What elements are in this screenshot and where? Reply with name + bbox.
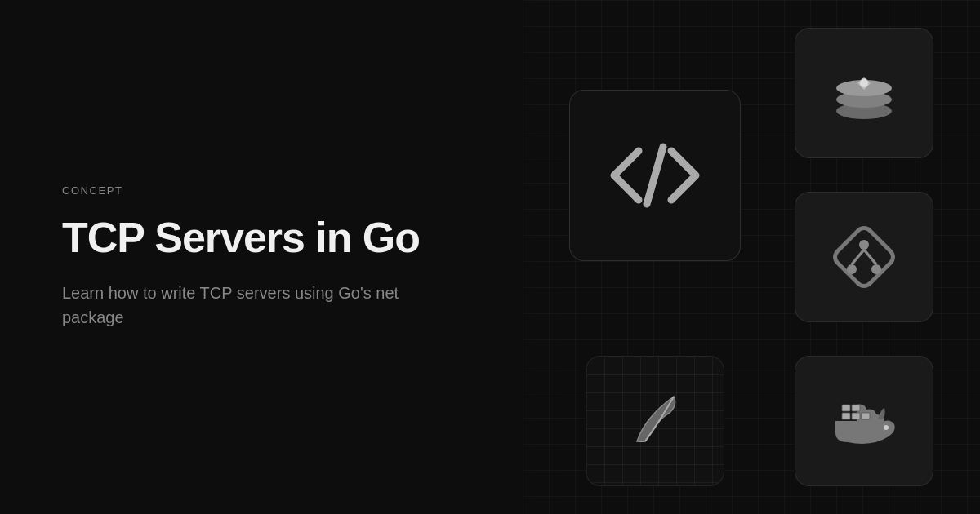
code-card (569, 90, 741, 261)
feather-icon (621, 384, 690, 454)
main-title: TCP Servers in Go (62, 215, 420, 261)
svg-rect-14 (862, 413, 870, 419)
category-label: CONCEPT (62, 184, 420, 197)
docker-icon (827, 392, 901, 450)
svg-point-9 (871, 264, 881, 274)
svg-line-11 (864, 250, 876, 264)
svg-rect-6 (831, 224, 896, 289)
svg-rect-13 (852, 413, 860, 419)
left-content: CONCEPT TCP Servers in Go Learn how to w… (0, 184, 420, 330)
svg-rect-15 (842, 405, 850, 411)
svg-point-7 (859, 240, 869, 250)
svg-line-10 (852, 250, 864, 264)
git-icon (831, 224, 897, 290)
feather-icon-wrap (621, 384, 690, 457)
svg-point-5 (860, 79, 868, 87)
feather-card (586, 356, 724, 486)
icons-panel (523, 0, 980, 514)
svg-rect-12 (842, 413, 850, 419)
git-card (795, 192, 933, 322)
layers-icon (831, 64, 897, 122)
docker-card (795, 356, 933, 486)
svg-point-17 (884, 425, 889, 430)
code-icon (610, 143, 700, 208)
description-text: Learn how to write TCP servers using Go'… (62, 281, 405, 330)
svg-point-8 (847, 264, 857, 274)
svg-rect-16 (852, 405, 860, 411)
svg-line-0 (647, 147, 663, 204)
layers-card (795, 28, 933, 158)
